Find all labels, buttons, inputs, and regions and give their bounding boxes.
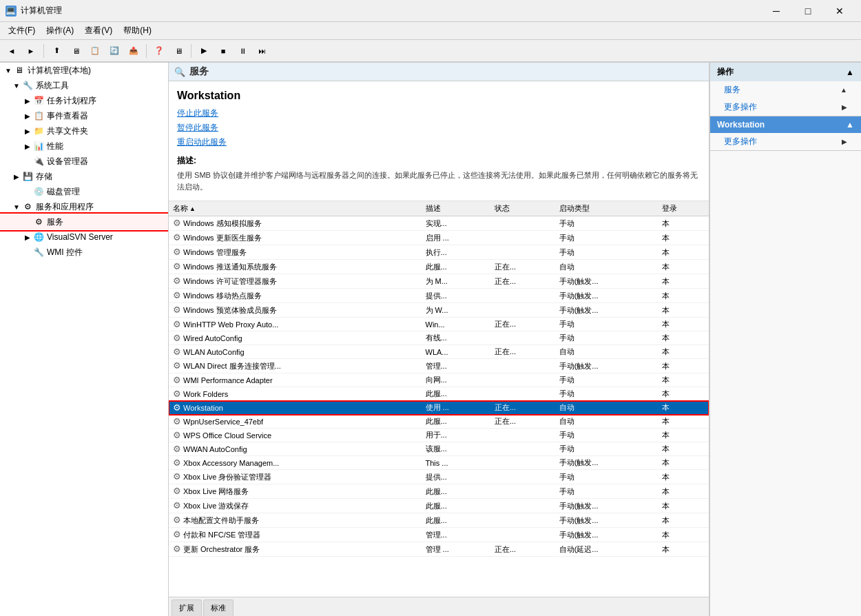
table-row[interactable]: ⚙Xbox Live 网络服务 此服... 手动 本 [169, 484, 709, 499]
ops-header-main[interactable]: 操作 ▲ [710, 63, 861, 81]
tree-item-visualsvn[interactable]: ▶ 🌐 VisualSVN Server [0, 229, 168, 245]
table-row[interactable]: ⚙更新 Orchestrator 服务 管理 ... 正在... 自动(延迟..… [169, 542, 709, 557]
svc-desc-cell: 该服... [422, 442, 490, 456]
toolbar-up[interactable]: ⬆ [48, 42, 65, 60]
table-row[interactable]: ⚙Windows 推送通知系统服务 此服... 正在... 自动 本 [169, 260, 709, 274]
table-row[interactable]: ⚙Xbox Live 游戏保存 此服... 手动(触发... 本 [169, 499, 709, 513]
service-detail: Workstation 停止此服务 暂停此服务 重启动此服务 描述: 使用 SM… [169, 81, 709, 201]
toolbar-view1[interactable]: 🖥 [67, 42, 85, 60]
table-row[interactable]: ⚙Windows 感知模拟服务 实现... 手动 本 [169, 216, 709, 231]
table-row[interactable]: ⚙Xbox Live 身份验证管理器 提供... 手动 本 [169, 470, 709, 484]
tree-item-devmgr[interactable]: 🔌 设备管理器 [0, 154, 168, 169]
table-row[interactable]: ⚙Windows 预览体验成员服务 为 W... 手动(触发... 本 [169, 303, 709, 318]
table-row[interactable]: ⚙WPS Office Cloud Service 用于... 手动 本 [169, 429, 709, 442]
svc-desc-cell: 管理 ... [422, 542, 490, 557]
table-row[interactable]: ⚙付款和 NFC/SE 管理器 管理... 手动(触发... 本 [169, 528, 709, 542]
tree-item-shared[interactable]: ▶ 📁 共享文件夹 [0, 123, 168, 138]
tree-item-svcapp[interactable]: ▼ ⚙ 服务和应用程序 [0, 199, 168, 214]
svc-name-cell: ⚙Windows 预览体验成员服务 [169, 303, 422, 318]
table-row[interactable]: ⚙WpnUserService_47ebf 此服... 正在... 自动 本 [169, 415, 709, 429]
table-row[interactable]: ⚙Windows 管理服务 执行... 手动 本 [169, 245, 709, 260]
tree-item-wmi[interactable]: 🔧 WMI 控件 [0, 245, 168, 260]
ops-more-actions-item[interactable]: 更多操作 ▶ [710, 99, 861, 116]
svc-desc-cell: WLA... [422, 345, 490, 359]
ops-services-item[interactable]: 服务 ▲ [710, 81, 861, 99]
stop-service-link[interactable]: 停止此服务 [177, 107, 701, 119]
tab-expand[interactable]: 扩展 [172, 599, 202, 616]
ops-workstation-arrow: ▲ [846, 120, 854, 130]
toolbar-forward[interactable]: ► [22, 42, 40, 60]
gear-icon: ⚙ [173, 458, 181, 468]
table-row[interactable]: ⚙WLAN AutoConfig WLA... 正在... 自动 本 [169, 345, 709, 359]
col-status[interactable]: 状态 [490, 201, 555, 216]
tree-item-perf[interactable]: ▶ 📊 性能 [0, 138, 168, 154]
table-row[interactable]: ⚙Windows 移动热点服务 提供... 手动(触发... 本 [169, 289, 709, 303]
tree-item-diskmt[interactable]: 💿 磁盘管理 [0, 184, 168, 199]
toolbar-view2[interactable]: 📋 [86, 42, 104, 60]
tree-storage-label: 存储 [36, 171, 52, 183]
col-login[interactable]: 登录 [658, 201, 709, 216]
table-row[interactable]: ⚙Windows 许可证管理器服务 为 M... 正在... 手动(触发... … [169, 274, 709, 289]
menu-file[interactable]: 文件(F) [3, 23, 41, 39]
services-list[interactable]: 名称▲ 描述 状态 启动类型 登录 ⚙Windows 感知模拟服务 实现... … [169, 201, 709, 597]
table-row[interactable]: ⚙Windows 更新医生服务 启用 ... 手动 本 [169, 231, 709, 245]
table-row[interactable]: ⚙WinHTTP Web Proxy Auto... Win... 正在... … [169, 318, 709, 331]
table-row[interactable]: ⚙WWAN AutoConfig 该服... 手动 本 [169, 442, 709, 456]
menu-action[interactable]: 操作(A) [41, 23, 79, 39]
tree-item-services[interactable]: ⚙ 服务 [0, 214, 168, 229]
svc-startup-cell: 手动(触发... [555, 359, 658, 373]
ops-services-arrow: ▲ [840, 86, 847, 94]
menu-view[interactable]: 查看(V) [79, 23, 118, 39]
svc-status-cell [490, 303, 555, 318]
toolbar-restart[interactable]: ⏭ [253, 42, 271, 60]
toolbar-help[interactable]: ❓ [150, 42, 168, 60]
tools-icon: 🔧 [22, 80, 33, 91]
tree-root[interactable]: ▼ 🖥 计算机管理(本地) [0, 63, 168, 78]
svc-status-cell: 正在... [490, 542, 555, 557]
ops-workstation-more[interactable]: 更多操作 ▶ [710, 133, 861, 150]
svc-desc-cell: 此服... [422, 484, 490, 499]
tree-item-storage[interactable]: ▶ 💾 存储 [0, 169, 168, 184]
table-row[interactable]: ⚙Wired AutoConfig 有线... 手动 本 [169, 331, 709, 345]
svc-name-cell: ⚙Wired AutoConfig [169, 331, 422, 345]
toolbar-back[interactable]: ◄ [3, 42, 21, 60]
toolbar-refresh[interactable]: 🔄 [105, 42, 123, 60]
toolbar-pause[interactable]: ⏸ [234, 42, 251, 60]
col-name[interactable]: 名称▲ [169, 201, 422, 216]
devmgr-icon: 🔌 [33, 156, 44, 167]
svc-startup-cell: 手动 [555, 373, 658, 387]
menu-help[interactable]: 帮助(H) [118, 23, 157, 39]
table-row[interactable]: ⚙本地配置文件助手服务 此服... 手动(触发... 本 [169, 513, 709, 528]
tree-item-scheduler[interactable]: ▶ 📅 任务计划程序 [0, 93, 168, 108]
table-row[interactable]: ⚙Workstation 使用 ... 正在... 自动 本 [169, 401, 709, 415]
tree-perf-label: 性能 [47, 141, 63, 152]
toolbar-play[interactable]: ▶ [195, 42, 213, 60]
maximize-button[interactable]: □ [792, 0, 824, 22]
tab-standard[interactable]: 标准 [203, 599, 234, 616]
table-row[interactable]: ⚙WMI Performance Adapter 向网... 手动 本 [169, 373, 709, 387]
ops-workstation-more-arrow: ▶ [842, 138, 847, 145]
svc-login-cell: 本 [658, 245, 709, 260]
toolbar-display[interactable]: 🖥 [169, 42, 187, 60]
col-desc[interactable]: 描述 [422, 201, 490, 216]
svc-name-cell: ⚙Xbox Live 身份验证管理器 [169, 470, 422, 484]
toolbar-stop[interactable]: ■ [214, 42, 232, 60]
restart-service-link[interactable]: 重启动此服务 [177, 136, 701, 148]
svc-login-cell: 本 [658, 401, 709, 415]
table-row[interactable]: ⚙WLAN Direct 服务连接管理... 管理... 手动(触发... 本 [169, 359, 709, 373]
table-row[interactable]: ⚙Work Folders 此服... 手动 本 [169, 387, 709, 401]
tree-wmi-label: WMI 控件 [47, 247, 83, 258]
pause-service-link[interactable]: 暂停此服务 [177, 122, 701, 134]
col-startup[interactable]: 启动类型 [555, 201, 658, 216]
table-row[interactable]: ⚙Xbox Accessory Managem... This ... 手动(触… [169, 456, 709, 470]
tree-item-eventlog[interactable]: ▶ 📋 事件查看器 [0, 108, 168, 123]
tree-item-system-tools[interactable]: ▼ 🔧 系统工具 [0, 78, 168, 93]
toolbar-export[interactable]: 📤 [125, 42, 143, 60]
svc-desc-cell: Win... [422, 318, 490, 331]
svc-name-cell: ⚙本地配置文件助手服务 [169, 513, 422, 528]
svc-name-cell: ⚙Windows 移动热点服务 [169, 289, 422, 303]
svc-startup-cell: 手动(触发... [555, 499, 658, 513]
close-button[interactable]: ✕ [824, 0, 855, 22]
minimize-button[interactable]: ─ [760, 0, 792, 22]
ops-header-workstation[interactable]: Workstation ▲ [710, 116, 861, 133]
